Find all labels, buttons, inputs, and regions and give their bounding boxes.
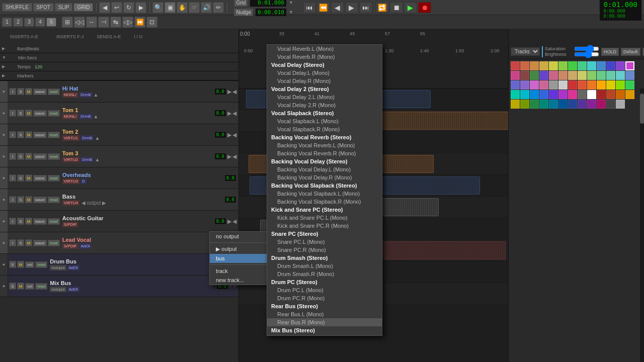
track-input-bass[interactable]: I: [9, 196, 16, 203]
grid-button[interactable]: GRID: [73, 3, 93, 12]
color-swatch[interactable]: [539, 80, 548, 89]
speaker-icon[interactable]: 🔊: [201, 2, 212, 13]
track-arrow2-tom2[interactable]: ◀: [232, 132, 236, 138]
output-menu-item[interactable]: Backing Vocal Delay.L (Mono): [267, 165, 382, 173]
track-output-val-overheads[interactable]: D: [80, 178, 87, 184]
track-output-val-drumbus[interactable]: AdOt: [67, 265, 79, 270]
color-swatch[interactable]: [530, 100, 539, 109]
color-swatch[interactable]: [568, 90, 577, 99]
tempo-expand[interactable]: ▶: [2, 64, 5, 69]
track-type-acoustic[interactable]: wave: [33, 218, 47, 225]
track-input-val-drumbus[interactable]: noinput: [50, 265, 66, 270]
color-swatch[interactable]: [568, 71, 577, 80]
fwd-icon[interactable]: ⏩: [134, 17, 145, 28]
track-expand-hihat[interactable]: ▲: [94, 92, 99, 98]
track-input-val-overheads[interactable]: VIRTU3: [62, 178, 79, 184]
output-menu-item[interactable]: Vocal Slapback.R (Mono): [267, 125, 382, 133]
hand-icon[interactable]: ☞: [189, 2, 200, 13]
forward-icon[interactable]: ↻: [123, 2, 134, 13]
output-menu-item[interactable]: Snare PC.R (Mono): [267, 246, 382, 254]
color-swatch[interactable]: [511, 61, 520, 70]
track-arrow1-tom1[interactable]: ▶: [227, 110, 231, 117]
default-button[interactable]: Default: [621, 48, 640, 56]
track-arrow2-tom3[interactable]: ◀: [232, 153, 236, 160]
color-swatch[interactable]: [606, 71, 615, 80]
color-swatch[interactable]: [578, 61, 587, 70]
color-swatch[interactable]: [558, 61, 568, 70]
trim-icon[interactable]: ⊣: [98, 17, 109, 28]
output-menu-item[interactable]: Backing Vocal Reverb.R (Mono): [267, 149, 382, 157]
output-menu-item[interactable]: Backing Vocal Delay.R (Mono): [267, 173, 382, 182]
output-menu-item[interactable]: Snare PC (Stereo): [267, 230, 382, 238]
markers-expand[interactable]: ▶: [2, 73, 5, 78]
track-expand-tom2[interactable]: ▲: [95, 135, 100, 141]
color-swatch[interactable]: [597, 80, 606, 89]
tracks-dropdown[interactable]: Tracks: [511, 47, 540, 56]
track-vol-hihat[interactable]: ◀: [232, 88, 236, 95]
track-arrow1-acoustic[interactable]: ▶: [227, 218, 231, 225]
track-solo-overheads[interactable]: S: [17, 174, 24, 182]
track-output-val-mixbus[interactable]: AdOt: [67, 287, 79, 292]
color-swatch[interactable]: [606, 61, 615, 70]
color-swatch[interactable]: [578, 71, 587, 80]
color-swatch[interactable]: [511, 100, 520, 109]
right-scrollbar-thumb[interactable]: [640, 94, 644, 124]
nudge-dropdown[interactable]: Nudge: [234, 9, 253, 16]
output-menu-item[interactable]: Drum PC (Stereo): [267, 278, 382, 286]
color-swatch[interactable]: [578, 80, 587, 89]
shuffle-button[interactable]: SHUFFLE: [2, 3, 32, 12]
track-m-mixbus[interactable]: M: [17, 283, 24, 290]
color-swatch[interactable]: [558, 100, 568, 109]
color-swatch[interactable]: [606, 100, 615, 109]
color-swatch[interactable]: [625, 80, 634, 89]
color-swatch[interactable]: [520, 80, 529, 89]
color-swatch[interactable]: [568, 61, 577, 70]
output-menu-item[interactable]: Rear Bus.L (Mono): [267, 310, 382, 318]
track-read-hihat[interactable]: read: [48, 88, 60, 95]
output-menu-item[interactable]: Vocal Reverb.R (Mono): [267, 53, 382, 61]
color-swatch[interactable]: [587, 61, 596, 70]
loop-btn[interactable]: 🔁: [376, 2, 389, 13]
rewind-btn[interactable]: ⏪: [317, 2, 330, 13]
output-menu-item[interactable]: Drum Smash (Stereo): [267, 254, 382, 262]
color-swatch[interactable]: [578, 100, 587, 109]
track-output-val-tom1[interactable]: DrmB: [79, 114, 92, 119]
track-input-tom3[interactable]: I: [9, 153, 16, 160]
frame-back-btn[interactable]: ◀: [331, 2, 344, 13]
left-right-icon[interactable]: ◁▷: [122, 17, 133, 28]
color-swatch[interactable]: [568, 80, 577, 89]
color-swatch[interactable]: [530, 80, 539, 89]
color-swatch[interactable]: [606, 80, 615, 89]
track-arrow2-acoustic[interactable]: ◀: [232, 218, 236, 225]
play-btn[interactable]: ▶: [404, 2, 417, 13]
track-arrow1-tom2[interactable]: ▶: [227, 132, 231, 138]
color-swatch[interactable]: [625, 71, 634, 80]
rewind-icon[interactable]: ↩: [111, 2, 122, 13]
output-menu-item[interactable]: Vocal Delay 2.R (Mono): [267, 101, 382, 109]
track-input-val-tom2[interactable]: VIRTU1: [62, 135, 79, 141]
color-swatch[interactable]: [578, 90, 587, 99]
output-menu-item[interactable]: Backing Vocal Delay (Stereo): [267, 157, 382, 165]
output-menu-item[interactable]: Vocal Delay.R (Mono): [267, 77, 382, 85]
track-vol-mixbus[interactable]: vol: [25, 283, 34, 290]
output-menu-item[interactable]: Kick and Snare PC.L (Mono): [267, 214, 382, 222]
color-swatch[interactable]: [549, 90, 558, 99]
track-arrow-hihat[interactable]: ▶: [227, 88, 231, 95]
zoom-icon[interactable]: 🔍: [152, 2, 164, 13]
grid-select-icon[interactable]: ⊞: [62, 17, 73, 28]
track-input-overheads[interactable]: I: [9, 174, 16, 182]
output-menu-item[interactable]: Backing Vocal Slapback.L (Mono): [267, 190, 382, 198]
track-read-drumbus[interactable]: read: [35, 261, 47, 268]
num-btn-4[interactable]: 4: [35, 18, 45, 27]
pencil-icon[interactable]: ✏: [213, 2, 224, 13]
track-type-hihat[interactable]: wave: [33, 88, 47, 95]
track-solo-tom1[interactable]: S: [17, 110, 24, 117]
grid-dropdown[interactable]: Grid: [234, 0, 248, 7]
color-swatch[interactable]: [616, 100, 625, 109]
color-swatch[interactable]: [511, 80, 520, 89]
color-swatch[interactable]: [597, 61, 606, 70]
frame-fwd-btn[interactable]: ▶: [345, 2, 358, 13]
track-read-leadv[interactable]: read: [48, 240, 60, 246]
color-swatch[interactable]: [587, 80, 596, 89]
color-swatch[interactable]: [539, 100, 548, 109]
